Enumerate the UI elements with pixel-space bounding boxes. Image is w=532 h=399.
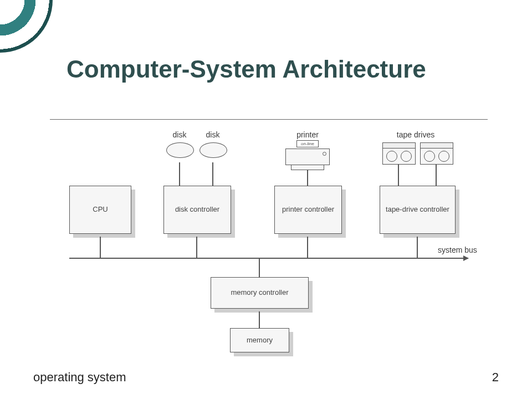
- box-printer-controller-label: printer controller: [282, 205, 334, 214]
- box-cpu-label: CPU: [93, 205, 108, 214]
- connector-disk2: [212, 162, 213, 186]
- box-tape-controller: tape-drive controller: [380, 186, 456, 234]
- printer-display: on-line: [296, 140, 319, 147]
- connector-diskctrl-bus: [196, 237, 197, 258]
- box-tape-controller-label: tape-drive controller: [386, 205, 449, 214]
- label-disk-2: disk: [200, 130, 226, 139]
- bus-arrow-left: [463, 255, 469, 261]
- decorative-circles: [0, 0, 53, 53]
- footer-text: operating system: [33, 370, 126, 385]
- label-tape-drives: tape drives: [380, 130, 452, 139]
- box-memory-controller: memory controller: [211, 277, 309, 309]
- printer-icon: on-line: [285, 140, 330, 170]
- label-printer: printer: [285, 130, 330, 139]
- box-disk-controller: disk controller: [163, 186, 231, 234]
- system-bus-line: [69, 258, 468, 259]
- box-cpu: CPU: [69, 186, 131, 234]
- page-number: 2: [492, 370, 499, 385]
- tape-drive-icon-2: [420, 142, 453, 165]
- connector-tape1: [398, 165, 399, 186]
- box-disk-controller-label: disk controller: [175, 205, 219, 214]
- label-system-bus: system bus: [438, 245, 488, 254]
- connector-cpu-bus: [100, 237, 101, 258]
- box-printer-controller: printer controller: [274, 186, 342, 234]
- title-underline: [50, 119, 488, 120]
- box-memory: memory: [230, 328, 289, 352]
- slide-title: Computer-System Architecture: [66, 55, 426, 83]
- disk-icon-2: [200, 142, 227, 158]
- connector-tapectrl-bus: [417, 237, 418, 258]
- box-memory-label: memory: [247, 336, 273, 345]
- connector-memctrl-memory: [259, 311, 260, 328]
- tape-drive-icon-1: [382, 142, 416, 165]
- connector-printerctrl-bus: [307, 237, 308, 258]
- connector-disk1: [179, 162, 180, 186]
- connector-bus-memctrl: [259, 259, 260, 277]
- label-disk-1: disk: [166, 130, 193, 139]
- box-memory-controller-label: memory controller: [231, 288, 288, 297]
- disk-icon-1: [166, 142, 194, 158]
- architecture-diagram: disk disk printer tape drives on-line CP…: [61, 130, 482, 352]
- connector-printer: [307, 170, 308, 186]
- connector-tape2: [436, 165, 437, 186]
